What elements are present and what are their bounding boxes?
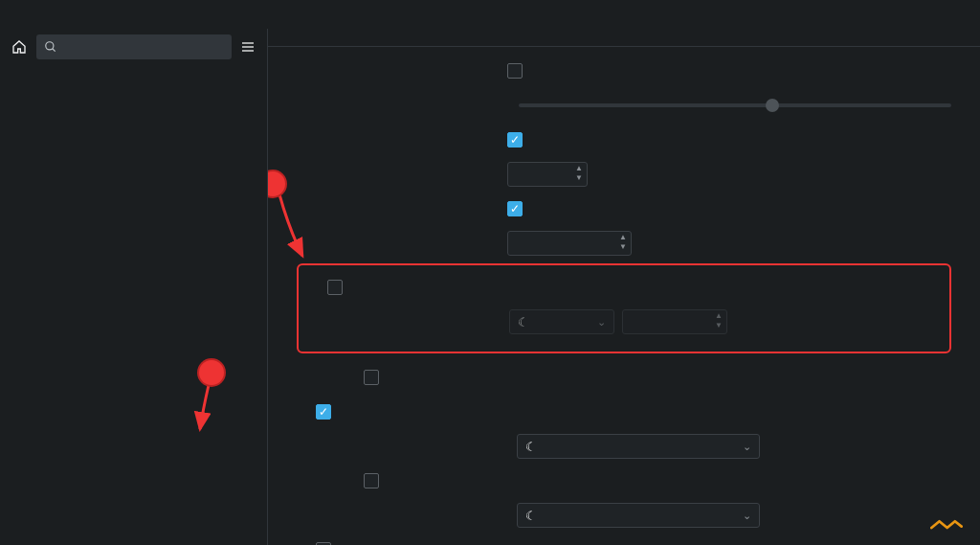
brightness-slider[interactable] <box>519 103 951 107</box>
annotation-badge-2 <box>268 171 285 196</box>
search-icon <box>44 40 57 54</box>
home-button[interactable] <box>8 34 31 59</box>
button-events-checkbox[interactable] <box>316 404 339 420</box>
content-pane: ▲▼ <box>268 29 980 545</box>
external-monitor-checkbox[interactable] <box>364 473 387 488</box>
page-title <box>268 29 980 46</box>
moon-icon: ☾ <box>525 440 537 454</box>
suspend-session-box: ☾ ⌄ ▲▼ <box>297 263 951 353</box>
watermark <box>930 514 969 537</box>
slider-thumb[interactable] <box>766 99 779 112</box>
hamburger-menu[interactable] <box>237 34 260 59</box>
dim-after-spin[interactable]: ▲▼ <box>507 162 588 187</box>
while-asleep-checkbox[interactable] <box>364 370 387 385</box>
power-button-combo[interactable]: ☾ ⌄ <box>517 503 760 528</box>
suspend-mode-combo[interactable]: ☾ ⌄ <box>509 309 614 334</box>
dim-screen-checkbox[interactable] <box>507 132 530 148</box>
switch-off-spin[interactable]: ▲▼ <box>507 231 632 256</box>
suspend-session-checkbox[interactable] <box>327 280 350 295</box>
search-input[interactable] <box>36 34 232 59</box>
home-icon <box>11 39 27 55</box>
screen-energy-checkbox[interactable] <box>507 201 530 216</box>
annotation-badge-1 <box>199 360 224 385</box>
suspend-after-spin[interactable]: ▲▼ <box>622 309 727 334</box>
watermark-icon <box>930 514 963 537</box>
moon-icon: ☾ <box>525 509 537 523</box>
screen-brightness-checkbox[interactable] <box>507 63 530 79</box>
hamburger-icon <box>240 39 256 55</box>
search-field[interactable] <box>63 40 224 55</box>
sidebar <box>0 29 268 545</box>
lid-closed-combo[interactable]: ☾ ⌄ <box>517 434 760 459</box>
settings-pane: ▲▼ <box>268 47 980 545</box>
svg-point-0 <box>45 42 53 50</box>
svg-line-1 <box>52 49 55 52</box>
titlebar <box>0 0 980 29</box>
moon-icon: ☾ <box>518 315 529 329</box>
